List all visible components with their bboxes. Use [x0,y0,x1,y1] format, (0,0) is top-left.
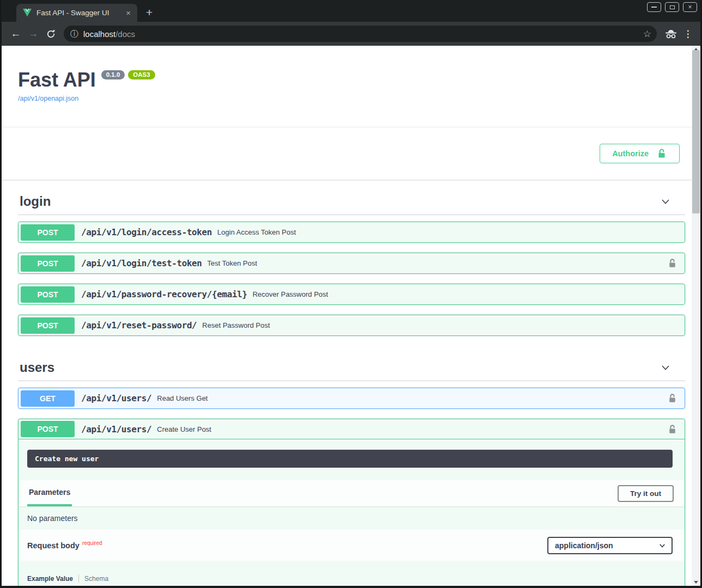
scrollbar-thumb[interactable] [692,50,700,213]
scrollbar[interactable] [692,46,700,586]
endpoint-description: Create User Post [157,425,667,433]
endpoint-block: POST /api/v1/password-recovery/{email} R… [18,284,685,305]
endpoint-summary-row[interactable]: POST /api/v1/reset-password/ Reset Passw… [19,315,685,335]
media-type-value: application/json [555,541,613,550]
auth-lock-icon[interactable] [667,258,677,268]
api-info: Fast API 0.1.0 OAS3 /api/v1/openapi.json [2,46,692,103]
minimize-icon [651,7,657,8]
endpoint-path: /api/v1/reset-password/ [81,320,197,330]
endpoint-list: POST /api/v1/login/access-token Login Ac… [18,215,685,336]
method-badge: POST [21,286,75,303]
endpoint-path: /api/v1/users/ [81,424,151,434]
auth-lock-icon[interactable] [667,424,677,434]
endpoint-path: /api/v1/users/ [81,393,151,403]
operation-description: Create new user [27,450,673,468]
forward-button[interactable]: → [25,25,42,42]
endpoint-description: Read Users Get [157,394,667,402]
chevron-down-icon [658,542,666,549]
page-title: Fast API [18,69,96,91]
section-title: users [20,360,54,375]
reload-button[interactable] [42,25,59,42]
page-content: Fast API 0.1.0 OAS3 /api/v1/openapi.json… [2,46,700,586]
endpoint-block: POST /api/v1/users/ Create User Post Cre… [18,419,685,586]
method-badge: POST [21,255,75,272]
browser-window: Fast API - Swagger UI × + × ← → ⓘ localh… [0,0,702,588]
parameters-header: Parameters Try it out [19,480,685,506]
tab-title: Fast API - Swagger UI [36,9,124,17]
incognito-icon [664,29,677,39]
version-badges: 0.1.0 OAS3 [101,70,155,79]
endpoint-block: POST /api/v1/login/access-token Login Ac… [18,222,685,243]
oas-badge: OAS3 [128,70,155,79]
url-path: /docs [115,29,135,39]
close-icon: × [688,4,692,10]
endpoint-block: GET /api/v1/users/ Read Users Get [18,388,685,409]
section-title: login [20,194,51,209]
operation-body: Create new user Parameters Try it out No… [19,450,685,586]
endpoint-description: Recover Password Post [253,290,682,298]
no-parameters-text: No parameters [19,506,685,530]
auth-lock-icon[interactable] [667,393,677,403]
endpoint-description: Reset Password Post [202,321,682,329]
method-badge: POST [21,224,75,241]
chevron-down-icon [660,196,671,207]
browser-toolbar: ← → ⓘ localhost /docs ☆ ⋮ [2,22,700,46]
site-info-icon[interactable]: ⓘ [70,29,78,39]
method-badge: POST [21,421,75,437]
tab-close-icon[interactable]: × [124,8,133,17]
swagger-page: Fast API 0.1.0 OAS3 /api/v1/openapi.json… [2,46,692,586]
operations-wrap: login POST /api/v1/login/access-token Lo… [18,180,685,586]
endpoint-summary-row[interactable]: POST /api/v1/login/access-token Login Ac… [19,222,685,242]
endpoint-summary-row[interactable]: GET /api/v1/users/ Read Users Get [19,388,685,408]
body-tabs: Example Value Schema [27,574,673,583]
openapi-spec-link[interactable]: /api/v1/openapi.json [18,95,78,102]
media-type-select[interactable]: application/json [547,537,673,554]
back-button[interactable]: ← [7,25,25,42]
unlocked-padlock-icon [656,148,667,159]
endpoint-summary-row[interactable]: POST /api/v1/users/ Create User Post [19,419,685,439]
section-header[interactable]: login [18,180,685,215]
browser-tab[interactable]: Fast API - Swagger UI × [16,4,137,22]
minimize-button[interactable] [647,2,661,12]
authorize-label: Authorize [612,149,649,158]
chevron-down-icon [660,362,671,373]
required-label: required [82,540,102,546]
fastapi-favicon [23,9,32,17]
api-section: users GET /api/v1/users/ Read Users Get … [18,346,685,586]
api-section: login POST /api/v1/login/access-token Lo… [18,180,685,336]
close-button[interactable]: × [683,2,697,12]
method-badge: GET [21,390,75,407]
window-titlebar: Fast API - Swagger UI × + × [2,0,700,22]
address-bar[interactable]: ⓘ localhost /docs ☆ [64,26,657,42]
maximize-icon [670,5,675,9]
endpoint-block: POST /api/v1/login/test-token Test Token… [18,253,685,274]
tab-example-value[interactable]: Example Value [27,575,78,583]
maximize-button[interactable] [665,2,679,12]
url-host: localhost [83,29,115,39]
endpoint-description: Test Token Post [207,259,667,267]
version-badge: 0.1.0 [101,70,125,79]
authorize-button[interactable]: Authorize [600,144,680,163]
section-header[interactable]: users [18,346,685,381]
browser-menu-icon[interactable]: ⋮ [681,28,695,40]
endpoint-path: /api/v1/login/test-token [81,258,202,268]
scroll-down-arrow[interactable] [694,581,698,584]
request-body-header: Request bodyrequired application/json [19,530,685,561]
tab-parameters[interactable]: Parameters [27,480,72,506]
bookmark-star-icon[interactable]: ☆ [643,28,651,40]
reload-icon [46,29,56,39]
endpoint-path: /api/v1/login/access-token [81,227,212,237]
tab-schema[interactable]: Schema [79,575,108,583]
new-tab-button[interactable]: + [146,6,152,19]
endpoint-block: POST /api/v1/reset-password/ Reset Passw… [18,315,685,336]
method-badge: POST [21,317,75,334]
request-body-label: Request body [27,541,80,550]
endpoint-summary-row[interactable]: POST /api/v1/login/test-token Test Token… [19,253,685,273]
scheme-container: Authorize [2,127,692,180]
try-it-out-button[interactable]: Try it out [618,485,674,502]
window-controls: × [647,2,697,12]
endpoint-summary-row[interactable]: POST /api/v1/password-recovery/{email} R… [19,284,685,304]
endpoint-description: Login Access Token Post [217,228,682,236]
endpoint-list: GET /api/v1/users/ Read Users Get POST /… [18,381,685,586]
endpoint-path: /api/v1/password-recovery/{email} [81,289,247,299]
